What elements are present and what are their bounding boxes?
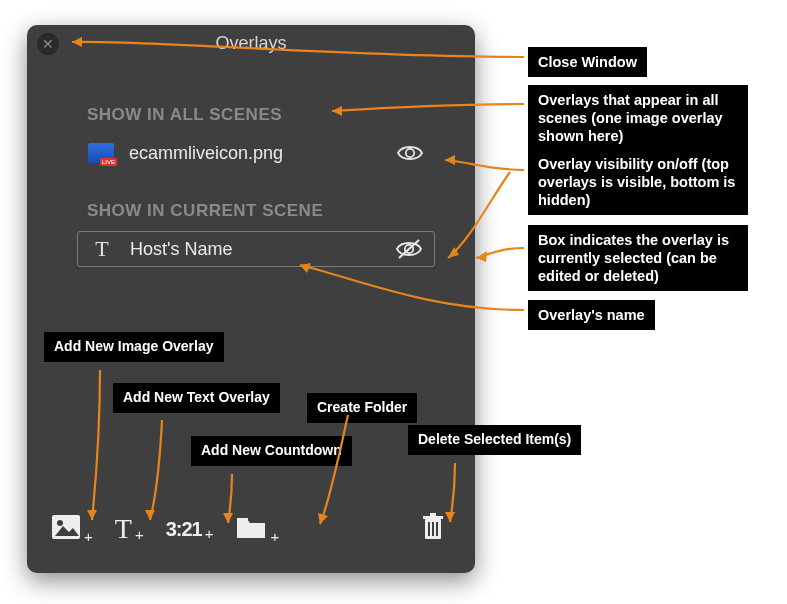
plus-icon: +	[84, 530, 93, 544]
svg-rect-7	[423, 516, 443, 519]
callout-selected: Box indicates the overlay is currently s…	[528, 225, 748, 291]
text-overlay-icon: T	[88, 236, 116, 262]
toolbar: + T + 3:21 + +	[27, 509, 475, 549]
svg-point-4	[57, 520, 63, 526]
callout-add-countdown: Add New Countdown	[191, 436, 352, 466]
visibility-off-icon[interactable]	[394, 238, 424, 260]
svg-rect-5	[237, 518, 248, 522]
plus-icon: +	[270, 530, 279, 544]
svg-marker-16	[476, 251, 487, 262]
callout-add-text: Add New Text Overlay	[113, 383, 280, 413]
visibility-on-icon[interactable]	[395, 143, 425, 163]
plus-icon: +	[205, 527, 214, 541]
section-all-scenes-label: SHOW IN ALL SCENES	[87, 105, 475, 125]
add-text-overlay-button[interactable]: T +	[115, 516, 144, 542]
overlays-panel: ✕ Overlays SHOW IN ALL SCENES ecammlivei…	[27, 25, 475, 573]
close-button[interactable]: ✕	[37, 33, 59, 55]
svg-point-0	[406, 149, 414, 157]
svg-rect-11	[436, 522, 438, 536]
section-current-scene-label: SHOW IN CURRENT SCENE	[87, 201, 475, 221]
overlay-row[interactable]: ecammliveicon.png	[77, 135, 435, 171]
delete-button[interactable]	[421, 513, 445, 545]
overlay-name-label: Host's Name	[130, 239, 394, 260]
image-overlay-icon	[87, 143, 115, 163]
panel-title: Overlays	[27, 25, 475, 61]
callout-delete: Delete Selected Item(s)	[408, 425, 581, 455]
callout-create-folder: Create Folder	[307, 393, 417, 423]
add-image-overlay-button[interactable]: +	[51, 514, 93, 544]
image-icon	[51, 514, 81, 544]
svg-rect-10	[432, 522, 434, 536]
callout-add-image: Add New Image Overlay	[44, 332, 224, 362]
text-icon: T	[115, 516, 132, 542]
add-countdown-button[interactable]: 3:21 +	[166, 518, 214, 541]
plus-icon: +	[135, 528, 144, 542]
callout-close: Close Window	[528, 47, 647, 77]
close-icon: ✕	[42, 36, 54, 52]
callout-overlay-name: Overlay's name	[528, 300, 655, 330]
svg-rect-8	[430, 513, 436, 516]
svg-rect-9	[428, 522, 430, 536]
folder-icon	[235, 514, 267, 544]
create-folder-button[interactable]: +	[235, 514, 279, 544]
callout-visibility: Overlay visibility on/off (top overlays …	[528, 149, 748, 215]
titlebar: ✕ Overlays	[27, 25, 475, 61]
overlay-row-selected[interactable]: T Host's Name	[77, 231, 435, 267]
countdown-icon: 3:21	[166, 518, 202, 541]
overlay-name-label: ecammliveicon.png	[129, 143, 395, 164]
callout-all-scenes: Overlays that appear in all scenes (one …	[528, 85, 748, 151]
trash-icon	[421, 513, 445, 545]
